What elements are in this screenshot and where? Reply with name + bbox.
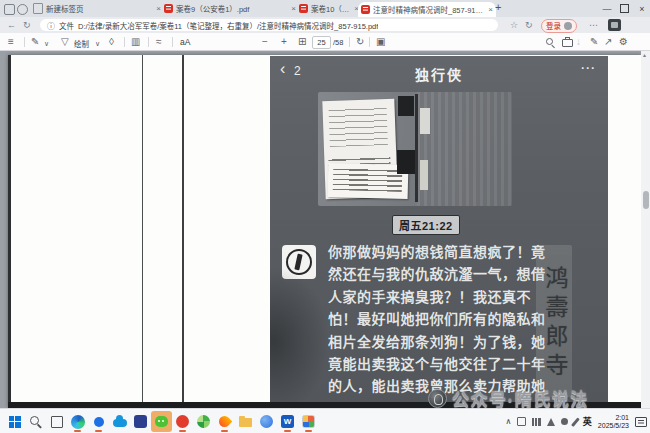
flame-app-icon: [217, 414, 233, 430]
taskbar-search-button[interactable]: [25, 411, 46, 432]
download-icon[interactable]: ↓: [576, 36, 581, 48]
taskbar-app-green[interactable]: [193, 411, 214, 432]
rotate-icon[interactable]: ↻: [356, 36, 364, 48]
scrollbar[interactable]: ▲: [641, 51, 650, 408]
workspace-icon[interactable]: [17, 4, 28, 15]
settings-gear-icon[interactable]: ⚙: [619, 36, 628, 48]
cloud-icon: [113, 419, 127, 427]
tray-display-icon[interactable]: [517, 417, 526, 426]
eraser-icon[interactable]: ◊: [109, 36, 114, 48]
notification-center-icon[interactable]: [635, 417, 647, 427]
windows-logo-icon: [9, 416, 21, 428]
photo-paper-tab: [420, 160, 428, 190]
tab-label: 新建标签页: [46, 3, 153, 14]
taskbar-app-flame[interactable]: [214, 411, 235, 432]
address-path: D:/法律/录新大冶军军卷/案卷11（笔记整理，右重复）/注意时精神病情况调时_…: [78, 20, 378, 31]
tab-active-pdf[interactable]: 注意时精神病情况调时_857-915… ×: [358, 2, 496, 17]
photos-icon: [302, 415, 315, 428]
more-menu-icon[interactable]: ⋯: [589, 19, 598, 31]
tray-volume-icon[interactable]: [547, 418, 555, 426]
sidebar-toggle-icon[interactable]: ≡: [8, 36, 14, 48]
pdf-page: ‹ 2 独行侠 ⋯ 周五21:22 你那做妈妈的想钱简: [8, 55, 641, 408]
taskbar-app-onedrive[interactable]: [109, 411, 130, 432]
chevron-down-icon[interactable]: ∨: [44, 38, 49, 50]
chevron-down-icon[interactable]: ∨: [95, 38, 100, 50]
scroll-up-icon[interactable]: ▲: [642, 52, 647, 58]
history-icon[interactable]: ↻: [525, 19, 533, 31]
clock[interactable]: 2:01 2025/5/23: [598, 414, 629, 430]
running-indicator: [179, 430, 186, 432]
taskbar-app-blue-circle[interactable]: [256, 411, 277, 432]
tab-case-file-10[interactable]: 案卷10（公安卷2、3… ×: [296, 0, 362, 17]
wechat-screenshot: ‹ 2 独行侠 ⋯ 周五21:22 你那做妈妈的想钱简: [270, 56, 608, 403]
tray-expand-icon[interactable]: ∧: [505, 417, 511, 426]
chat-header: ‹ 2 独行侠 ⋯: [270, 56, 608, 86]
taskbar-app-browser[interactable]: [88, 411, 109, 432]
highlighter-icon[interactable]: ▽: [61, 36, 69, 48]
address-bar[interactable]: ⓘ 文件 D:/法律/录新大冶军军卷/案卷11（笔记整理，右重复）/注意时精神病…: [40, 19, 498, 31]
task-view-button[interactable]: [46, 411, 67, 432]
divider: [349, 37, 350, 47]
scrollbar-thumb[interactable]: [643, 191, 649, 209]
close-window-button[interactable]: ×: [634, 4, 650, 14]
back-icon[interactable]: ←: [7, 19, 16, 31]
chat-message-text: 你那做妈妈的想钱简直想疯了！竟 然还在与我的仇敌沆瀣一气，想借 人家的手来搞臭我…: [328, 241, 548, 398]
pdf-toolbar: ≡ ✎ ∨ ▽ 绘制 ∨ ◊ ▥ ≈ aA − + ⊞ /58 ↻ ▣ ↓ ✎ …: [0, 33, 650, 51]
tray-network-icon[interactable]: [532, 418, 541, 426]
draw-label[interactable]: 绘制: [74, 38, 89, 49]
tab-new-tab[interactable]: 新建标签页 ×: [30, 0, 164, 17]
reload-icon[interactable]: ↻: [23, 19, 31, 31]
running-indicator: [221, 430, 228, 432]
signature-icon[interactable]: ≈: [156, 36, 162, 48]
running-indicator: [305, 430, 312, 432]
new-tab-button[interactable]: +: [495, 1, 501, 13]
taskbar-app-edge[interactable]: [67, 411, 88, 432]
maximize-button[interactable]: [620, 4, 629, 13]
taskbar: W ∧ 英 2:01 2025/5/23: [0, 408, 650, 433]
date-label: 2025/5/23: [598, 422, 629, 429]
two-page-view-icon[interactable]: ▥: [131, 36, 140, 48]
blue-circle-app-icon: [260, 415, 273, 428]
taskbar-app-red[interactable]: [172, 411, 193, 432]
calligraphy-scroll: 鸿壽郎寺: [536, 245, 572, 397]
print-icon[interactable]: [562, 39, 573, 47]
info-icon[interactable]: ⓘ: [47, 20, 55, 31]
edge-icon: [71, 415, 85, 429]
taskbar-app-word[interactable]: W: [277, 411, 298, 432]
chat-more-icon: ⋯: [580, 59, 596, 77]
read-aloud-button[interactable]: aA: [180, 37, 190, 47]
edit-icon[interactable]: ✎: [590, 36, 598, 48]
page-number-input[interactable]: [312, 36, 331, 49]
photo-paper-tab: [420, 108, 430, 134]
fullscreen-icon[interactable]: ↗: [604, 36, 612, 48]
tab-label: 案卷10（公安卷2、3…: [311, 3, 351, 14]
tray-status-icon[interactable]: [561, 418, 568, 425]
language-indicator[interactable]: 英: [583, 415, 592, 428]
navigation-bar: ← ↻ ⓘ 文件 D:/法律/录新大冶军军卷/案卷11（笔记整理，右重复）/注意…: [0, 17, 650, 33]
taskbar-app-folder[interactable]: [235, 411, 256, 432]
fit-page-icon[interactable]: ⊞: [298, 36, 306, 48]
start-button[interactable]: [4, 411, 25, 432]
zoom-out-icon[interactable]: −: [262, 36, 268, 48]
minimize-button[interactable]: —: [599, 4, 615, 14]
tab-label: 案卷9（公安卷1）.pdf: [176, 3, 288, 14]
profile-icon[interactable]: [608, 19, 621, 31]
close-tab-icon[interactable]: ×: [488, 5, 493, 14]
snapshot-icon[interactable]: ▣: [376, 36, 385, 48]
taskbar-app-photos[interactable]: [298, 411, 319, 432]
tab-search-icon[interactable]: [4, 4, 15, 15]
taskbar-apps: W: [4, 409, 319, 433]
zoom-in-icon[interactable]: +: [281, 36, 287, 48]
login-button[interactable]: 登录: [541, 19, 577, 33]
tray-pen-icon[interactable]: [571, 417, 579, 426]
taskbar-app-navy[interactable]: [130, 411, 151, 432]
search-icon[interactable]: [546, 38, 555, 47]
draw-pen-icon[interactable]: ✎: [31, 36, 39, 48]
browser-window: 新建标签页 × 案卷9（公安卷1）.pdf × 案卷10（公安卷2、3… × 注…: [0, 0, 650, 433]
divider: [24, 37, 25, 47]
wechat-icon: [155, 416, 168, 427]
taskbar-app-wechat-active[interactable]: [151, 411, 172, 432]
green-app-icon: [197, 415, 210, 428]
favorites-star-icon[interactable]: ☆: [510, 19, 518, 31]
tab-case-file-9[interactable]: 案卷9（公安卷1）.pdf ×: [161, 0, 299, 17]
